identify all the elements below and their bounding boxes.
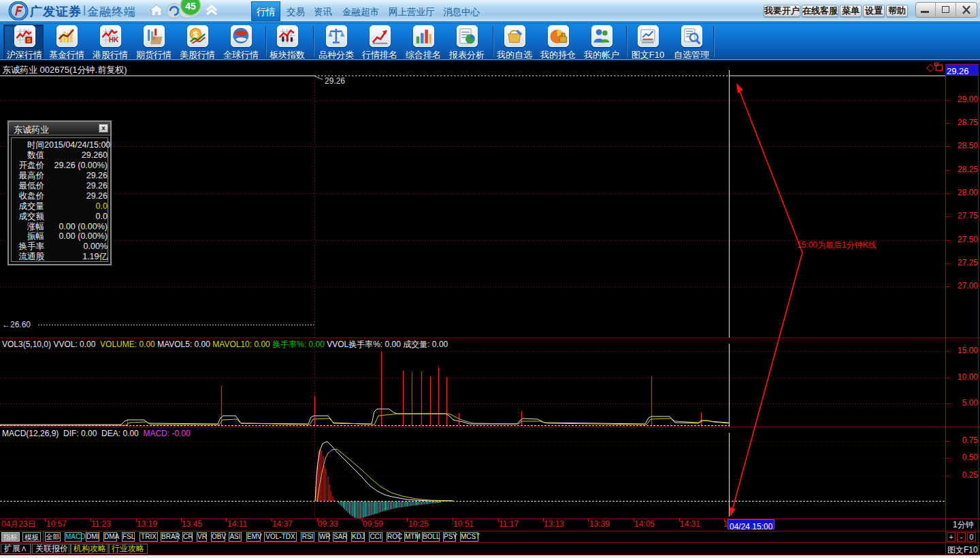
svg-text:HK: HK xyxy=(108,36,118,44)
svg-text:45: 45 xyxy=(185,1,196,12)
svg-text:S: S xyxy=(27,37,31,44)
